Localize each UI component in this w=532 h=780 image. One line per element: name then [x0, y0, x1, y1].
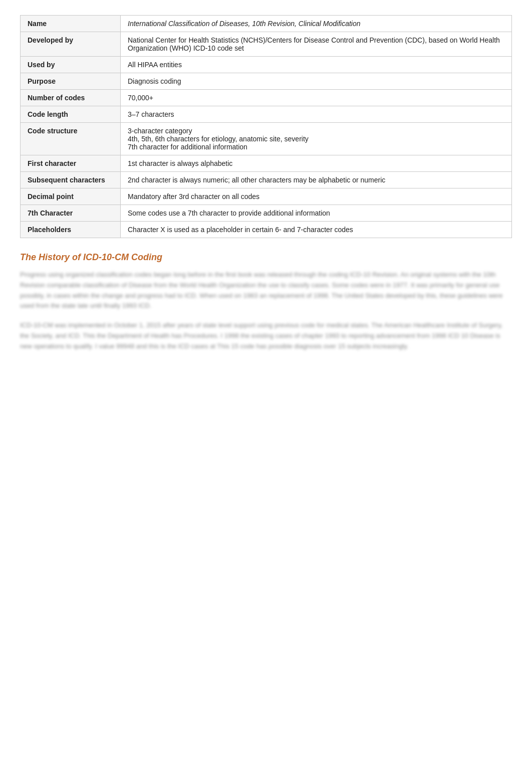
row-label: First character	[21, 155, 121, 172]
row-label: Subsequent characters	[21, 172, 121, 188]
row-label: 7th Character	[21, 205, 121, 222]
row-label: Used by	[21, 57, 121, 73]
table-row: Code structure3-character category4th, 5…	[21, 123, 512, 155]
row-value: Character X is used as a placeholder in …	[121, 222, 512, 238]
table-row: PurposeDiagnosis coding	[21, 73, 512, 90]
table-row: Subsequent characters2nd character is al…	[21, 172, 512, 188]
row-label: Code structure	[21, 123, 121, 155]
row-value: 70,000+	[121, 90, 512, 106]
row-value: Some codes use a 7th character to provid…	[121, 205, 512, 222]
row-label: Name	[21, 16, 121, 32]
table-row: NameInternational Classification of Dise…	[21, 16, 512, 32]
history-paragraph: ICD-10-CM was implemented in October 1, …	[20, 320, 512, 351]
row-value: 1st character is always alphabetic	[121, 155, 512, 172]
table-row: Decimal pointMandatory after 3rd charact…	[21, 188, 512, 205]
history-section-title: The History of ICD-10-CM Coding	[20, 252, 512, 263]
table-row: PlaceholdersCharacter X is used as a pla…	[21, 222, 512, 238]
table-row: Developed byNational Center for Health S…	[21, 32, 512, 57]
history-paragraph: Progress using organized classification …	[20, 270, 512, 311]
row-value: 2nd character is always numeric; all oth…	[121, 172, 512, 188]
table-row: Used byAll HIPAA entities	[21, 57, 512, 73]
row-label: Decimal point	[21, 188, 121, 205]
row-label: Placeholders	[21, 222, 121, 238]
row-label: Number of codes	[21, 90, 121, 106]
table-row: 7th CharacterSome codes use a 7th charac…	[21, 205, 512, 222]
table-row: Number of codes70,000+	[21, 90, 512, 106]
info-table: NameInternational Classification of Dise…	[20, 15, 512, 238]
row-value: All HIPAA entities	[121, 57, 512, 73]
table-row: Code length3–7 characters	[21, 106, 512, 123]
row-label: Purpose	[21, 73, 121, 90]
history-content: Progress using organized classification …	[20, 270, 512, 352]
row-value: International Classification of Diseases…	[121, 16, 512, 32]
row-value: 3–7 characters	[121, 106, 512, 123]
row-value: 3-character category4th, 5th, 6th charac…	[121, 123, 512, 155]
row-label: Developed by	[21, 32, 121, 57]
row-label: Code length	[21, 106, 121, 123]
row-value: National Center for Health Statistics (N…	[121, 32, 512, 57]
table-row: First character1st character is always a…	[21, 155, 512, 172]
row-value: Mandatory after 3rd character on all cod…	[121, 188, 512, 205]
row-value: Diagnosis coding	[121, 73, 512, 90]
